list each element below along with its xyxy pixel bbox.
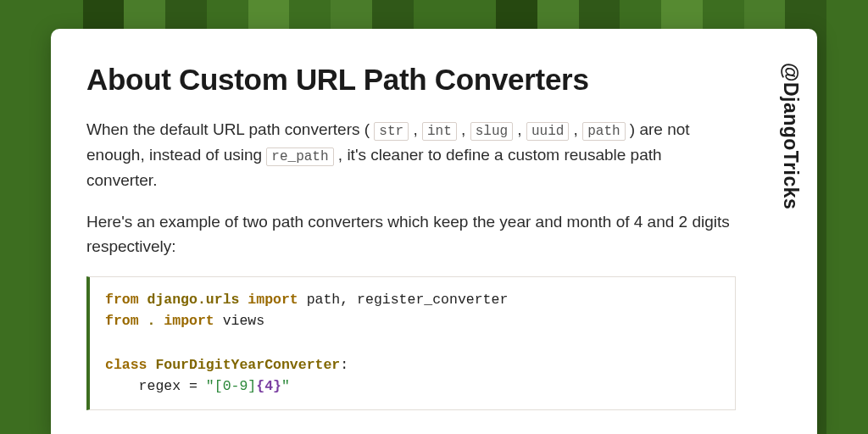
code-text: views [214,313,264,329]
code-string: " [281,378,290,394]
code-classname: FourDigitYearConverter [147,357,341,373]
code-namespace: . [139,313,164,329]
page-title: About Custom URL Path Converters [86,63,736,97]
inline-code-repath: re_path [266,147,333,166]
content-card: About Custom URL Path Converters When th… [51,29,817,434]
code-string: "[0-9] [206,378,256,394]
code-text: : [340,357,348,373]
para-text: , [569,120,582,138]
inline-code-slug: slug [470,122,513,141]
inline-code-int: int [422,122,457,141]
intro-paragraph: When the default URL path converters ( s… [86,117,736,192]
twitter-handle: @DjangoTricks [779,63,802,209]
code-text: path, register_converter [298,292,509,308]
code-keyword-class: class [105,357,147,373]
code-keyword-from: from [105,292,139,308]
code-keyword-from: from [105,313,139,329]
para-text: , [513,120,526,138]
inline-code-str: str [374,122,409,141]
example-paragraph: Here's an example of two path converters… [86,209,736,259]
inline-code-uuid: uuid [526,122,569,141]
code-keyword-import: import [164,313,214,329]
main-content: About Custom URL Path Converters When th… [51,29,763,434]
code-keyword-import: import [248,292,298,308]
inline-code-path: path [582,122,625,141]
para-text: , [409,120,422,138]
code-brace: {4} [256,378,281,394]
code-namespace: django.urls [139,292,248,308]
code-text: regex = [105,378,206,394]
para-text: , [457,120,470,138]
code-block: from django.urls import path, register_c… [86,276,736,410]
para-text: When the default URL path converters ( [86,120,374,138]
sidebar: @DjangoTricks [763,29,817,434]
